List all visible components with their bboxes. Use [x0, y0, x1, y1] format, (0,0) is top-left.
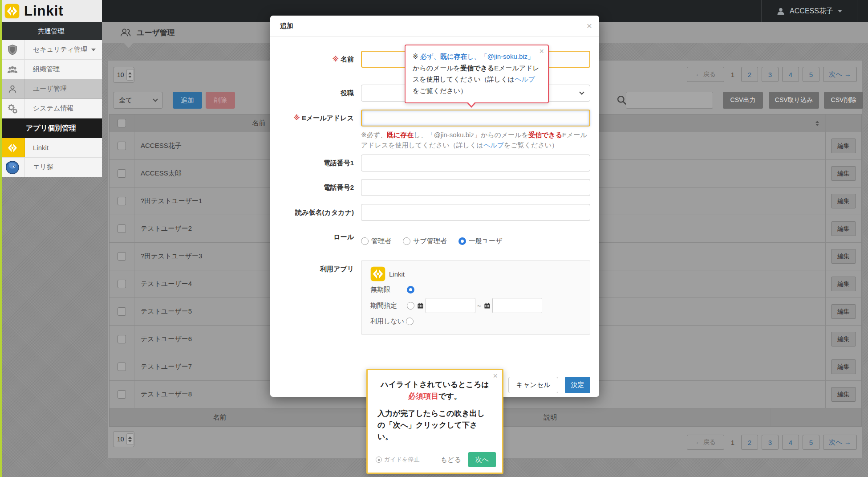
add-button[interactable]: 追加	[173, 92, 202, 109]
row-checkbox[interactable]	[118, 307, 126, 316]
stop-guide-button[interactable]: ガイドを停止	[376, 456, 419, 464]
pagination-page-current[interactable]: 1	[728, 435, 738, 450]
page-size-stepper-bottom[interactable]: 10	[113, 431, 134, 447]
pagination-next-button[interactable]: 次へ →	[823, 67, 857, 82]
edit-button[interactable]: 編集	[831, 221, 856, 236]
submit-button[interactable]: 決定	[565, 377, 590, 393]
sort-icon[interactable]	[815, 121, 819, 126]
help-link[interactable]: ヘルプ	[483, 141, 504, 149]
phone2-field[interactable]	[361, 179, 590, 196]
help-link[interactable]: ヘルプ	[515, 75, 535, 83]
logo-block[interactable]: Linkit	[0, 0, 102, 22]
search-input[interactable]	[626, 92, 713, 109]
calendar-icon	[484, 302, 491, 309]
email-field[interactable]	[361, 110, 590, 126]
stepper-arrows-icon[interactable]	[126, 433, 134, 445]
close-icon[interactable]: ×	[539, 47, 544, 55]
row-checkbox[interactable]	[118, 363, 126, 371]
edit-button[interactable]: 編集	[831, 332, 856, 347]
pagination-page-button[interactable]: 2	[741, 67, 758, 82]
pagination-next-button[interactable]: 次へ →	[823, 435, 857, 450]
edit-button[interactable]: 編集	[831, 194, 856, 208]
sidebar-item-security[interactable]: セキュリティ管理	[0, 40, 102, 60]
radio-selected-icon[interactable]	[407, 286, 414, 294]
csv-delete-button[interactable]: CSV削除	[824, 92, 863, 109]
option-period: 期間指定 ~	[370, 298, 581, 313]
pagination-page-button[interactable]: 5	[803, 67, 819, 82]
sidebar-item-system-info[interactable]: システム情報	[0, 99, 102, 118]
kana-field[interactable]	[361, 204, 590, 221]
radio-selected-icon[interactable]	[458, 237, 466, 245]
row-checkbox[interactable]	[118, 390, 126, 399]
tooltip-arrow	[468, 102, 475, 106]
row-checkbox[interactable]	[118, 224, 126, 233]
radio-icon[interactable]	[361, 237, 369, 245]
user-name: ACCESS花子	[790, 7, 833, 16]
row-checkbox[interactable]	[118, 142, 126, 150]
sidebar-item-eritan[interactable]: エリ探	[0, 158, 102, 177]
period-end-field[interactable]	[492, 298, 542, 313]
user-menu[interactable]: ACCESS花子	[761, 0, 857, 22]
edit-button[interactable]: 編集	[831, 249, 856, 264]
sidebar-item-users[interactable]: ユーザ管理	[0, 79, 102, 99]
edit-button[interactable]: 編集	[831, 166, 856, 181]
pagination-prev-button[interactable]: ← 戻る	[687, 435, 724, 450]
delete-button[interactable]: 削除	[206, 92, 235, 109]
kana-label: 読み仮名(カタカナ)	[270, 204, 354, 221]
edit-button[interactable]: 編集	[831, 304, 856, 319]
logo-wordmark: Linkit	[24, 3, 64, 19]
filter-select[interactable]: 全て	[113, 92, 163, 109]
sidebar-item-organization[interactable]: 組織管理	[0, 60, 102, 79]
period-start-field[interactable]	[426, 298, 475, 313]
email-label: ※Eメールアドレス	[270, 110, 354, 126]
csv-import-button[interactable]: CSV取り込み	[769, 92, 819, 109]
role-option-subadmin[interactable]: サブ管理者	[403, 237, 447, 245]
radio-icon[interactable]	[403, 237, 410, 245]
sidebar-item-label: 組織管理	[25, 60, 102, 79]
pagination-page-button[interactable]: 4	[782, 67, 799, 82]
guide-next-button[interactable]: 次へ	[468, 452, 496, 467]
sidebar-item-linkit[interactable]: Linkit	[0, 138, 102, 158]
users-icon	[120, 27, 131, 38]
email-note: ※必ず、既に存在し、「@jin-soku.biz」からのメールを受信できるEメー…	[361, 130, 592, 151]
edit-button[interactable]: 編集	[831, 277, 856, 291]
row-checkbox[interactable]	[118, 252, 126, 261]
sidebar: 共通管理 セキュリティ管理	[0, 22, 102, 177]
row-checkbox[interactable]	[118, 335, 126, 343]
role-option-admin[interactable]: 管理者	[361, 237, 391, 245]
close-icon[interactable]: ×	[587, 21, 592, 30]
pagination-page-button[interactable]: 4	[782, 435, 799, 450]
edit-button[interactable]: 編集	[831, 359, 856, 374]
phone1-field[interactable]	[361, 155, 590, 171]
cancel-button[interactable]: キャンセル	[508, 377, 558, 393]
pagination-page-current[interactable]: 1	[728, 67, 738, 82]
sidebar-section-apps: アプリ個別管理	[0, 118, 102, 138]
app-usage-box: Linkit 無期限 期間指定 ~	[361, 261, 590, 334]
pagination-page-button[interactable]: 3	[762, 67, 779, 82]
row-checkbox[interactable]	[118, 280, 126, 288]
page-size-stepper[interactable]: 10	[113, 67, 134, 83]
app-name: Linkit	[389, 270, 405, 278]
role-option-general[interactable]: 一般ユーザ	[458, 237, 503, 245]
page-title: ユーザ管理	[137, 28, 175, 38]
pagination-prev-button[interactable]: ← 戻る	[687, 67, 724, 82]
row-checkbox[interactable]	[118, 169, 126, 178]
row-checkbox[interactable]	[118, 197, 126, 205]
edit-button[interactable]: 編集	[831, 139, 856, 153]
radio-icon[interactable]	[407, 302, 414, 310]
radio-icon[interactable]	[406, 318, 414, 325]
stepper-arrows-icon[interactable]	[126, 69, 134, 81]
pagination-page-button[interactable]: 2	[741, 435, 758, 450]
close-icon[interactable]: ×	[493, 372, 498, 380]
pagination-page-button[interactable]: 5	[803, 435, 819, 450]
edit-button[interactable]: 編集	[831, 387, 856, 402]
csv-export-button[interactable]: CSV出力	[723, 92, 763, 109]
select-all-checkbox[interactable]	[118, 119, 126, 127]
phone2-label: 電話番号2	[270, 179, 354, 196]
guide-back-button[interactable]: もどる	[441, 456, 461, 464]
user-icon	[0, 79, 25, 98]
guide-text-1: ハイライトされているところは必須項目です。	[377, 379, 492, 403]
modal-title: 追加	[270, 16, 599, 37]
pagination-page-button[interactable]: 3	[762, 435, 779, 450]
required-mark: ※	[332, 55, 339, 63]
